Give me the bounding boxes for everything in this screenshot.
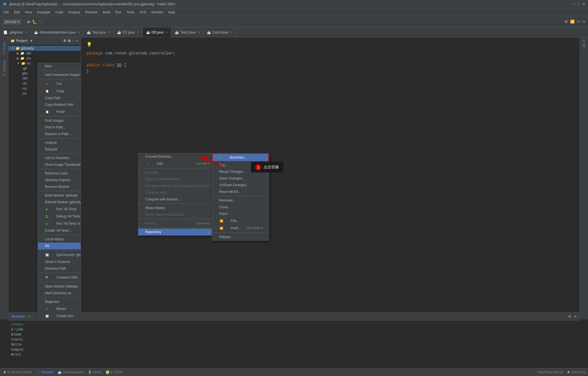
menu-window[interactable]: Window <box>149 9 165 15</box>
repo-menu-reset[interactable]: Reset HEAD... <box>212 188 269 195</box>
tab-cc[interactable]: ☕ CC.java ✕ <box>114 27 143 37</box>
terminal-settings-icon[interactable]: ⚙ <box>568 315 571 318</box>
tab-close-gitignore[interactable]: ✕ <box>25 31 27 34</box>
menu-item-find-usages[interactable]: Find Usages Alt+F7 <box>38 117 81 124</box>
repo-menu-clone[interactable]: Clone... <box>212 204 269 210</box>
menu-file[interactable]: File <box>1 9 11 15</box>
menu-item-run-tests[interactable]: ▶ Run 'All Tests' Ctrl+Shift+F10 <box>38 205 81 213</box>
tab-ceshi[interactable]: ☕ Ceshi.java ✕ <box>204 27 236 37</box>
undo-icon[interactable]: ↩ <box>577 20 580 24</box>
tab-gitstudy-app[interactable]: ☕ GitstudyApplication.java ✕ <box>31 27 83 37</box>
menu-refactor[interactable]: Refactor <box>83 9 100 15</box>
status-version-control[interactable]: ⚡ 9: Version Control <box>3 370 32 374</box>
menu-item-create-tests[interactable]: Create 'All Tests'... <box>38 227 81 234</box>
menu-item-rebuild[interactable]: Rebuild Module 'gitstudy' Ctrl+Shift+F9 <box>38 199 81 205</box>
tree-item-gitstudy[interactable]: ▼ 📁 gitstudy <box>8 46 81 51</box>
menu-analyze[interactable]: Analyze <box>66 9 83 15</box>
lightbulb-icon[interactable]: 💡 <box>86 42 92 49</box>
repo-menu-unstash[interactable]: UnStash Changes... <box>212 182 269 188</box>
tree-item-mv[interactable]: ▶ 📁 .mv <box>8 56 81 61</box>
tab-dd[interactable]: ☕ DD.java ✕ <box>143 27 172 37</box>
terminal-close-icon[interactable]: ✕ <box>574 315 577 318</box>
menu-item-copy-relative[interactable]: Copy Relative Path Ctrl+Alt+Shift+C <box>38 101 81 108</box>
menu-navigate[interactable]: Navigate <box>35 9 52 15</box>
tab-close-test1[interactable]: ✕ <box>198 31 200 34</box>
run-icon[interactable]: ▶ <box>27 19 31 24</box>
menu-item-create-gist[interactable]: 🔄 Create Gist... <box>38 312 81 319</box>
menu-item-local-history[interactable]: Local History ▶ <box>38 236 81 243</box>
menu-item-maven[interactable]: m Maven <box>38 305 81 312</box>
menu-item-reformat[interactable]: Reformat Code Ctrl+Alt+L <box>38 170 81 177</box>
menu-item-git[interactable]: Git ▶ <box>38 243 81 249</box>
menu-item-optimize[interactable]: Optimize Imports Ctrl+Alt+O <box>38 177 81 183</box>
project-panel-toggle[interactable]: 1: Project <box>2 39 6 56</box>
menu-build[interactable]: Build <box>101 9 113 15</box>
stop-icon[interactable]: ⬛ <box>38 20 43 24</box>
project-settings-icon[interactable]: ⚙ <box>63 39 66 43</box>
web-toggle[interactable]: Web <box>582 43 585 49</box>
menu-edit[interactable]: Edit <box>12 9 22 15</box>
menu-item-analyze[interactable]: Analyze ▶ <box>38 139 81 146</box>
status-spring[interactable]: 🍃 Spring <box>88 370 101 374</box>
menu-run[interactable]: Run <box>113 9 124 15</box>
menu-item-thumbnails[interactable]: Show Image Thumbnails Ctrl+Shift+T <box>38 161 81 168</box>
status-terminal[interactable]: ⬛ Terminal <box>36 370 54 374</box>
menu-item-coverage[interactable]: ▶ Run 'All Tests' with Coverage <box>38 220 81 227</box>
git-menu-repository[interactable]: Repository ▶ <box>138 229 216 235</box>
project-more-icon[interactable]: ⋯ <box>75 39 78 43</box>
status-event-log[interactable]: ⚡ Event Log <box>567 370 585 374</box>
menu-vcs[interactable]: VCS <box>137 9 149 15</box>
menu-item-new[interactable]: New ▶ <box>38 63 81 70</box>
repo-menu-pull[interactable]: 🔽 Pull... <box>212 217 269 224</box>
menu-item-favorites[interactable]: Add to Favorites ▶ <box>38 155 81 161</box>
redo-icon[interactable]: ↪ <box>582 20 585 24</box>
tree-item-ide[interactable]: ▶ 📁 .ide <box>8 51 81 56</box>
repo-menu-stash[interactable]: Stash Changes... <box>212 175 269 182</box>
tab-close-test[interactable]: ✕ <box>108 31 110 34</box>
tab-close-cc[interactable]: ✕ <box>137 31 139 34</box>
settings-icon[interactable]: ⚙ <box>565 20 568 24</box>
menu-code[interactable]: Code <box>53 9 66 15</box>
project-header-dropdown[interactable]: ▾ <box>30 39 32 43</box>
tab-gitignore[interactable]: 📄 .gitignore ✕ <box>0 27 31 37</box>
repo-menu-remotes[interactable]: Remotes... <box>212 197 269 204</box>
project-sort-icon[interactable]: ↕ <box>72 39 74 43</box>
menu-view[interactable]: View <box>23 9 34 15</box>
menu-item-compare[interactable]: 🔍 Compare With... Ctrl+D <box>38 274 81 281</box>
menu-item-find-path[interactable]: Find in Path... Ctrl+Shift+F <box>38 124 81 131</box>
terminal-add-icon[interactable]: + <box>28 314 30 319</box>
project-dropdown[interactable]: gitstudy ▾ <box>3 19 21 25</box>
menu-item-replace-path[interactable]: Replace in Path... Ctrl+Shift+R <box>38 131 81 137</box>
debug-icon[interactable]: 🐛 <box>32 20 37 24</box>
tab-close-dd[interactable]: ✕ <box>166 31 168 34</box>
menu-tools[interactable]: Tools <box>124 9 137 15</box>
git-icon[interactable]: 🔀 <box>570 20 575 24</box>
menu-item-directory-path[interactable]: Directory Path Ctrl+Alt+F12 <box>38 265 81 272</box>
menu-item-debug-tests[interactable]: 🐛 Debug 'All Tests' <box>38 213 81 220</box>
minimize-button[interactable]: ─ <box>572 2 575 6</box>
repo-menu-push[interactable]: 🔼 Push... Ctrl+Shift+K <box>212 224 269 232</box>
structure-panel-toggle[interactable]: Z: Structure <box>2 58 6 78</box>
menu-item-diagrams[interactable]: Diagrams <box>38 298 81 305</box>
menu-help[interactable]: Help <box>166 9 177 15</box>
menu-item-add-framework[interactable]: Add Framework Support... <box>38 71 81 78</box>
close-button[interactable]: ✕ <box>582 2 585 6</box>
tab-test1[interactable]: ☕ Test1.java ✕ <box>171 27 204 37</box>
tab-test[interactable]: ☕ Test.java ✕ <box>83 27 113 37</box>
menu-item-remove-module[interactable]: Remove Module Delete <box>38 183 81 190</box>
menu-item-copy[interactable]: 📋 Copy Ctrl+C <box>38 87 81 95</box>
menu-item-show-explorer[interactable]: Show in Explorer <box>38 258 81 265</box>
repo-menu-rebase[interactable]: Rebase... <box>212 234 269 240</box>
menu-item-cut[interactable]: ✂ Cut Ctrl+X <box>38 80 81 87</box>
project-expand-icon[interactable]: ⊞ <box>68 39 71 43</box>
menu-item-refactor[interactable]: Refactor ▶ <box>38 146 81 153</box>
menu-item-module-settings[interactable]: Open Module Settings F4 <box>38 283 81 290</box>
tab-close-ceshi[interactable]: ✕ <box>230 31 233 34</box>
tab-close-app[interactable]: ✕ <box>78 31 80 34</box>
status-java-enterprise[interactable]: ☕ Java Enterprise <box>58 370 84 374</box>
repo-menu-fetch[interactable]: Fetch <box>212 210 269 217</box>
menu-item-paste[interactable]: 📋 Paste Ctrl+V <box>38 108 81 115</box>
git-menu-compare-branch[interactable]: Compare with Branch... <box>138 196 216 203</box>
git-menu-show-history[interactable]: Show History <box>138 205 216 211</box>
menu-item-copy-path[interactable]: Copy Path Ctrl+Shift+C <box>38 95 81 101</box>
